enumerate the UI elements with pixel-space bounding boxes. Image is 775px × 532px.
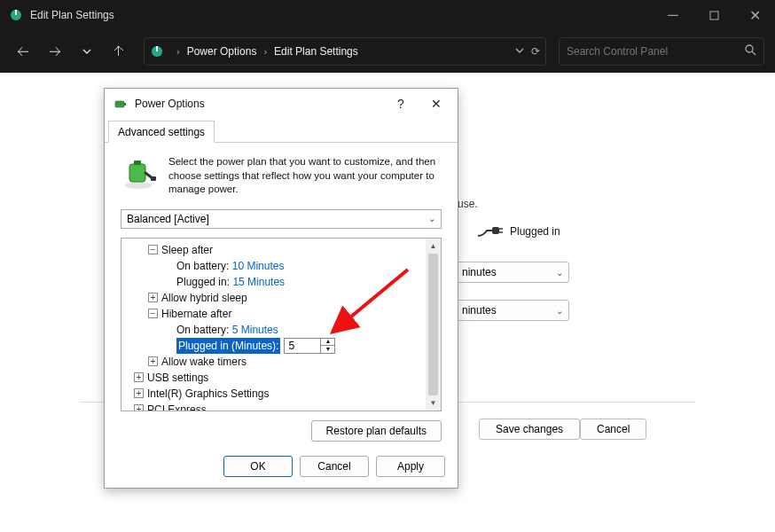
svg-rect-2 xyxy=(710,12,718,20)
node-sleep-after[interactable]: −Sleep after xyxy=(123,242,426,258)
node-value[interactable]: 15 Minutes xyxy=(232,274,285,290)
save-changes-button[interactable]: Save changes xyxy=(479,419,580,440)
expand-icon[interactable]: + xyxy=(134,372,144,382)
node-label: Allow hybrid sleep xyxy=(161,290,247,306)
battery-large-icon xyxy=(121,155,156,191)
svg-point-5 xyxy=(746,45,753,52)
tree-nodes: −Sleep after On battery: 10 Minutes Plug… xyxy=(123,242,426,411)
chevron-right-icon: › xyxy=(263,46,267,57)
bg-text: use. xyxy=(458,198,478,210)
help-button[interactable]: ? xyxy=(383,91,419,116)
collapse-icon[interactable]: − xyxy=(148,309,158,318)
tree-scrollbar[interactable]: ▲ ▼ xyxy=(426,239,441,411)
node-label-selected: Plugged in (Minutes): xyxy=(176,338,280,354)
node-hibernate-plugged[interactable]: Plugged in (Minutes): ▲▼ xyxy=(123,338,426,354)
forward-button[interactable]: 🡢 xyxy=(43,39,67,64)
node-label: Allow wake timers xyxy=(161,354,247,370)
chevron-down-icon: ⌄ xyxy=(556,306,563,316)
collapse-icon[interactable]: − xyxy=(148,245,158,254)
combo-value: Balanced [Active] xyxy=(127,213,209,225)
search-input[interactable] xyxy=(567,45,745,58)
expand-icon[interactable]: + xyxy=(148,356,158,366)
tab-strip: Advanced settings xyxy=(105,119,458,143)
node-hibernate-battery[interactable]: On battery: 5 Minutes xyxy=(123,322,426,338)
minutes-input[interactable] xyxy=(285,339,320,353)
ok-label: OK xyxy=(250,460,265,473)
node-hybrid-sleep[interactable]: +Allow hybrid sleep xyxy=(123,290,426,306)
parent-toolbar: 🡠 🡢 🡡 › Power Options › Edit Plan Settin… xyxy=(0,30,775,73)
recent-dropdown[interactable] xyxy=(74,39,99,64)
parent-titlebar: Edit Plan Settings ─ ✕ xyxy=(0,0,775,30)
node-label: Sleep after xyxy=(161,242,213,258)
svg-rect-10 xyxy=(115,101,124,107)
node-hibernate-after[interactable]: −Hibernate after xyxy=(123,306,426,322)
node-label: On battery: xyxy=(176,258,229,274)
node-pci-express[interactable]: +PCI Express xyxy=(123,402,426,411)
node-value[interactable]: 5 Minutes xyxy=(232,322,278,338)
node-label: Plugged in: xyxy=(176,274,230,290)
apply-label: Apply xyxy=(397,460,424,473)
node-label: On battery: xyxy=(176,322,229,338)
node-label: Hibernate after xyxy=(161,306,231,322)
minutes-spinner[interactable]: ▲▼ xyxy=(284,338,335,354)
node-intel-graphics[interactable]: +Intel(R) Graphics Settings xyxy=(123,386,426,402)
node-sleep-plugged[interactable]: Plugged in: 15 Minutes xyxy=(123,274,426,290)
tab-advanced-settings[interactable]: Advanced settings xyxy=(108,121,215,143)
back-button[interactable]: 🡠 xyxy=(11,39,35,64)
dialog-footer: OK Cancel Apply xyxy=(223,456,445,477)
maximize-button[interactable] xyxy=(693,0,734,30)
spinner-down[interactable]: ▼ xyxy=(321,346,334,353)
breadcrumb[interactable]: › Power Options › Edit Plan Settings ⟳ xyxy=(144,37,546,66)
ok-button[interactable]: OK xyxy=(223,456,293,477)
expand-icon[interactable]: + xyxy=(134,404,144,411)
svg-rect-15 xyxy=(151,176,156,181)
parent-title: Edit Plan Settings xyxy=(30,9,653,21)
dialog-close-button[interactable]: ✕ xyxy=(419,91,454,116)
cancel-button-bg[interactable]: Cancel xyxy=(580,419,646,440)
restore-defaults-button[interactable]: Restore plan defaults xyxy=(311,420,442,442)
up-button[interactable]: 🡡 xyxy=(106,39,131,64)
svg-rect-11 xyxy=(124,103,126,106)
history-dropdown[interactable] xyxy=(515,45,524,58)
node-label: PCI Express xyxy=(147,402,207,411)
minimize-button[interactable]: ─ xyxy=(653,0,693,30)
node-label: USB settings xyxy=(147,370,208,386)
chevron-down-icon: ⌄ xyxy=(556,268,563,278)
settings-tree: −Sleep after On battery: 10 Minutes Plug… xyxy=(121,238,442,411)
close-button[interactable]: ✕ xyxy=(734,0,775,30)
search-box[interactable] xyxy=(559,37,764,66)
breadcrumb-item[interactable]: Power Options xyxy=(187,45,257,58)
svg-point-12 xyxy=(125,182,152,189)
node-usb-settings[interactable]: +USB settings xyxy=(123,370,426,386)
expand-icon[interactable]: + xyxy=(148,293,158,302)
node-label: Intel(R) Graphics Settings xyxy=(147,386,269,402)
scroll-thumb[interactable] xyxy=(428,254,438,395)
scroll-down[interactable]: ▼ xyxy=(426,395,441,411)
scroll-up[interactable]: ▲ xyxy=(426,239,441,254)
svg-line-6 xyxy=(752,51,755,55)
power-plan-combo[interactable]: Balanced [Active] ⌄ xyxy=(121,209,442,229)
breadcrumb-item[interactable]: Edit Plan Settings xyxy=(274,45,358,58)
restore-label: Restore plan defaults xyxy=(326,425,427,437)
cancel-label: Cancel xyxy=(597,423,630,435)
node-wake-timers[interactable]: +Allow wake timers xyxy=(123,354,426,370)
node-sleep-battery[interactable]: On battery: 10 Minutes xyxy=(123,258,426,274)
dialog-body: Select the power plan that you want to c… xyxy=(105,143,458,424)
cancel-button[interactable]: Cancel xyxy=(300,456,369,477)
bg-select-text: ninutes xyxy=(462,304,497,317)
plugged-in-label: Plugged in xyxy=(510,225,560,238)
dialog-title: Power Options xyxy=(135,98,383,110)
svg-rect-7 xyxy=(492,227,499,234)
search-icon[interactable] xyxy=(745,44,756,59)
cancel-label: Cancel xyxy=(317,460,350,473)
battery-icon xyxy=(114,97,128,111)
expand-icon[interactable]: + xyxy=(134,388,144,398)
refresh-button[interactable]: ⟳ xyxy=(531,45,540,58)
apply-button[interactable]: Apply xyxy=(376,456,445,477)
bg-select-text: ninutes xyxy=(462,266,497,278)
bg-select-1[interactable]: ninutes⌄ xyxy=(456,262,569,283)
node-value[interactable]: 10 Minutes xyxy=(232,258,285,274)
svg-rect-14 xyxy=(134,160,141,165)
bg-select-2[interactable]: ninutes⌄ xyxy=(456,300,569,321)
intro-row: Select the power plan that you want to c… xyxy=(121,155,442,197)
